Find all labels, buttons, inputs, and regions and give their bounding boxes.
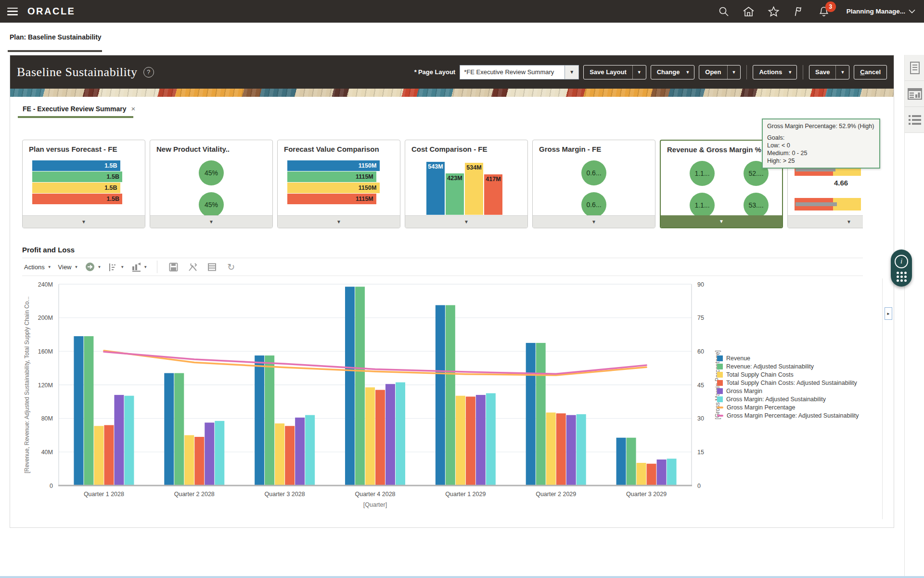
user-menu[interactable]: Planning Manage... [847,8,915,15]
bullet-value: 4.66 [834,179,848,187]
legend-item: Gross Margin Percentage [717,404,859,411]
svg-text:160M: 160M [38,348,53,355]
tile-cost-comparison-fe[interactable]: Cost Comparison - FE543M423M534M417M▼ [405,140,528,228]
form-page-icon[interactable] [905,55,924,81]
grid-dots-icon[interactable] [897,272,907,282]
tile-title: Gross Margin - FE [539,145,601,153]
tooltip-value-line: Gross Margin Percentage: 52.9% (High) [767,122,875,130]
view-by-icon[interactable]: ▼ [108,262,124,272]
tile-expand-button[interactable]: ▼ [150,215,272,228]
required-asterisk: * [414,68,417,76]
dropdown-caret-icon: ▼ [633,70,646,75]
tooltip-goal-high: High: > 25 [767,157,875,165]
actions-menu[interactable]: Actions▼ [24,263,51,271]
tile-title: Cost Comparison - FE [411,145,488,153]
table-icon[interactable] [205,261,218,273]
tooltip-goals-label: Goals: [767,134,875,142]
kpi-circle: 0.6... [581,160,606,185]
top-app-bar: ORACLE 3 Planning Manage... [0,0,924,23]
tile-hbar: 1115M [287,171,392,182]
oracle-logo: ORACLE [27,6,75,17]
flag-icon[interactable] [793,5,805,18]
tile-expand-button[interactable]: ▼ [23,215,145,228]
notifications-icon[interactable]: 3 [818,5,830,18]
legend-swatch [717,355,723,361]
tile-forecast-value-comparison[interactable]: Forecast Value Comparison1150M1115M1150M… [277,140,400,228]
save-layout-button[interactable]: Save Layout▼ [583,65,646,79]
info-icon[interactable]: i [895,255,908,268]
tile-expand-button[interactable]: ▼ [278,215,400,228]
actions-button[interactable]: Actions▼ [753,65,797,79]
svg-text:0: 0 [50,483,53,489]
bar-value-label: 1150M [359,162,377,169]
view-menu[interactable]: View▼ [58,263,78,271]
dashboard-tab-label: FE - Executive Review Summary [23,105,127,113]
tile-expand-button[interactable]: ▼ [533,215,655,228]
bar-value-label: 1150M [359,184,377,191]
legend-label: Revenue: Adjusted Sustainability [726,363,814,370]
home-icon[interactable] [743,5,755,18]
svg-text:15: 15 [697,449,704,456]
legend-label: Total Supply Chain Costs: Adjusted Susta… [726,380,857,386]
tile-expand-button[interactable]: ▼ [405,215,527,228]
tab-fe-executive-review-summary[interactable]: FE - Executive Review Summary × [23,105,135,113]
bar-value-label: 423M [446,175,464,182]
legend-item: Revenue [717,355,859,362]
chart-legend: RevenueRevenue: Adjusted SustainabilityT… [717,355,859,419]
refresh-icon[interactable]: ↻ [225,261,237,273]
help-icon[interactable]: ? [143,67,154,78]
notification-badge: 3 [825,1,836,12]
bar-value-label: 534M [465,164,483,171]
legend-swatch [717,364,723,369]
plan-tab-strip: Plan: Baseline Sustainability [0,23,924,55]
tile-vbar: 543M [426,162,445,215]
expand-panel-arrow[interactable]: ► [885,307,892,320]
list-icon[interactable] [905,107,924,133]
legend-label: Gross Margin Percentage [727,404,795,411]
tile-new-product-vitality[interactable]: New Product Vitality..45%45%▼ [150,140,273,228]
svg-text:40M: 40M [41,449,53,456]
legend-swatch [717,372,723,378]
search-icon[interactable] [718,5,730,18]
change-button[interactable]: Change▼ [651,65,695,79]
open-button[interactable]: Open▼ [699,65,741,79]
tile-gross-margin-fe[interactable]: Gross Margin - FE0.6...0.6...▼ [532,140,655,228]
dropdown-caret-icon: ▼ [788,70,796,75]
save-button[interactable]: Save▼ [809,65,849,79]
tile-hbar: 1.5B [32,171,137,182]
bar-value-label: 1.5B [107,173,119,180]
save-icon[interactable] [167,261,180,273]
tile-plan-versus-forecast-fe[interactable]: Plan versus Forecast - FE1.5B1.5B1.5B1.5… [22,140,145,228]
dropdown-caret-icon: ▼ [836,70,849,75]
drill-circle-arrow-icon[interactable]: ▼ [85,262,101,272]
bar-value-label: 1.5B [104,162,117,169]
chart-type-icon[interactable]: ▼ [131,262,147,272]
button-group-separator [746,65,747,79]
hamburger-menu-icon[interactable] [7,8,18,15]
cancel-button[interactable]: Cancel [854,65,887,79]
legend-label: Gross Margin [726,388,762,394]
svg-text:45: 45 [697,382,704,389]
page-layout-value: *FE Executive Review Summary [460,65,565,79]
tab-plan-baseline-sustainability[interactable]: Plan: Baseline Sustainability [10,33,102,41]
favorites-icon[interactable] [768,5,780,18]
close-icon[interactable]: × [131,105,136,113]
bullet-bar [795,198,861,210]
tooltip-goal-medium: Medium: 0 - 25 [767,149,875,157]
tile-vbar: 423M [446,173,464,215]
info-grid-floating-button[interactable]: i [891,250,912,287]
svg-text:Quarter 2 2028: Quarter 2 2028 [174,491,215,498]
svg-text:Quarter 2 2029: Quarter 2 2029 [536,491,576,498]
page-layout-dropdown-button[interactable]: ▼ [565,65,579,79]
tile-expand-button[interactable]: ▼ [661,215,782,227]
tools-icon[interactable] [186,261,199,273]
page-layout-select[interactable]: *FE Executive Review Summary ▼ [460,65,579,79]
svg-text:75: 75 [697,315,704,321]
dashboard-icon[interactable] [905,81,924,107]
tile-expand-button[interactable]: ▼ [788,215,863,228]
dashboard-tab-row: FE - Executive Review Summary × [10,97,894,122]
svg-text:Quarter 1 2029: Quarter 1 2029 [445,491,486,498]
legend-label: Total Supply Chain Costs [726,371,794,378]
tile-hbar: 1.5B [32,160,137,171]
legend-item: Total Supply Chain Costs [717,371,859,378]
